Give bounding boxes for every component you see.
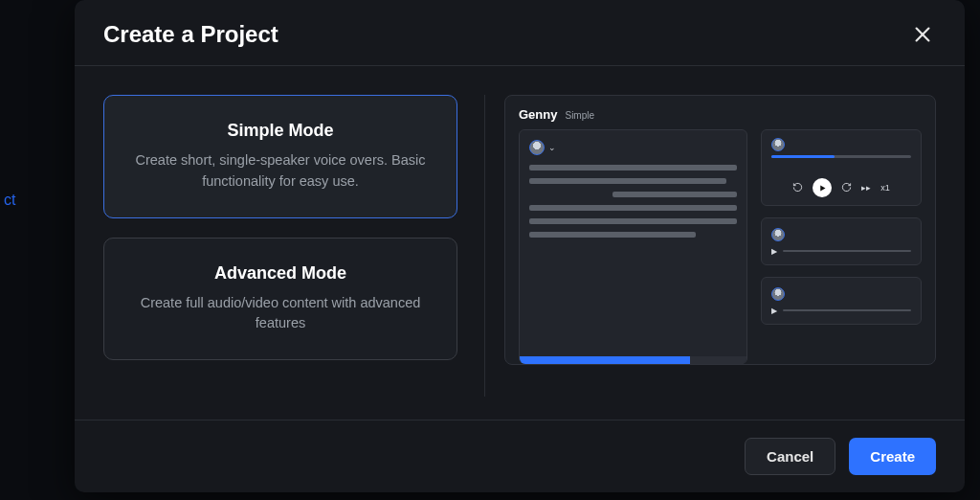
option-simple-mode[interactable]: Simple Mode Create short, single-speaker…	[103, 95, 457, 218]
modal-title: Create a Project	[103, 21, 278, 48]
progress-bar	[520, 356, 746, 364]
preview-header: Genny Simple	[519, 107, 922, 122]
mode-options: Simple Mode Create short, single-speaker…	[103, 95, 457, 397]
text-line-placeholder	[612, 192, 737, 197]
text-line-placeholder	[529, 178, 726, 184]
forward-icon	[841, 182, 852, 194]
preview-editor: ⌄	[519, 129, 747, 364]
create-button[interactable]: Create	[849, 438, 936, 475]
option-title: Advanced Mode	[131, 263, 430, 284]
modal-header: Create a Project	[75, 0, 965, 66]
rewind-icon	[792, 182, 803, 194]
avatar-icon	[771, 287, 785, 301]
player-card: ▸▸ x1	[761, 129, 922, 206]
option-description: Create short, single-speaker voice overs…	[131, 150, 430, 193]
play-button	[813, 178, 832, 197]
avatar-icon	[529, 140, 545, 155]
player-controls: ▸▸ x1	[771, 178, 911, 197]
speaker-selector: ⌄	[529, 140, 737, 155]
option-description: Create full audio/video content with adv…	[131, 293, 430, 335]
chevron-down-icon: ⌄	[548, 143, 556, 152]
track	[783, 250, 911, 252]
track-fill	[771, 155, 835, 158]
preview-panel: Genny Simple ⌄	[504, 95, 936, 365]
preview-content: ⌄	[519, 129, 922, 364]
track	[783, 309, 911, 311]
background-partial-text: ct	[0, 192, 15, 209]
close-button[interactable]	[909, 21, 936, 48]
text-line-placeholder	[529, 218, 737, 224]
option-title: Simple Mode	[131, 121, 430, 141]
modal-footer: Cancel Create	[75, 420, 965, 492]
track	[771, 155, 911, 158]
play-icon: ▶	[771, 307, 777, 315]
modal-body: Simple Mode Create short, single-speaker…	[75, 66, 965, 420]
cancel-button[interactable]: Cancel	[745, 438, 835, 475]
preview-column: Genny Simple ⌄	[484, 95, 936, 397]
playback-speed: x1	[880, 183, 890, 193]
progress-fill	[520, 356, 690, 364]
clip-card: ▶	[761, 277, 922, 325]
text-line-placeholder	[529, 165, 737, 170]
fast-forward-icon: ▸▸	[861, 183, 871, 193]
close-icon	[912, 24, 933, 45]
play-icon: ▶	[771, 247, 777, 256]
option-advanced-mode[interactable]: Advanced Mode Create full audio/video co…	[103, 238, 457, 361]
preview-mode-label: Simple	[565, 110, 594, 121]
preview-brand: Genny	[519, 107, 557, 122]
preview-clips: ▸▸ x1 ▶	[761, 129, 922, 364]
play-icon	[818, 184, 827, 193]
text-line-placeholder	[529, 205, 737, 211]
avatar-icon	[771, 138, 785, 151]
avatar-icon	[771, 228, 785, 241]
text-line-placeholder	[529, 232, 696, 238]
svg-marker-2	[820, 185, 825, 191]
clip-card: ▶	[761, 217, 922, 265]
create-project-modal: Create a Project Simple Mode Create shor…	[75, 0, 965, 492]
